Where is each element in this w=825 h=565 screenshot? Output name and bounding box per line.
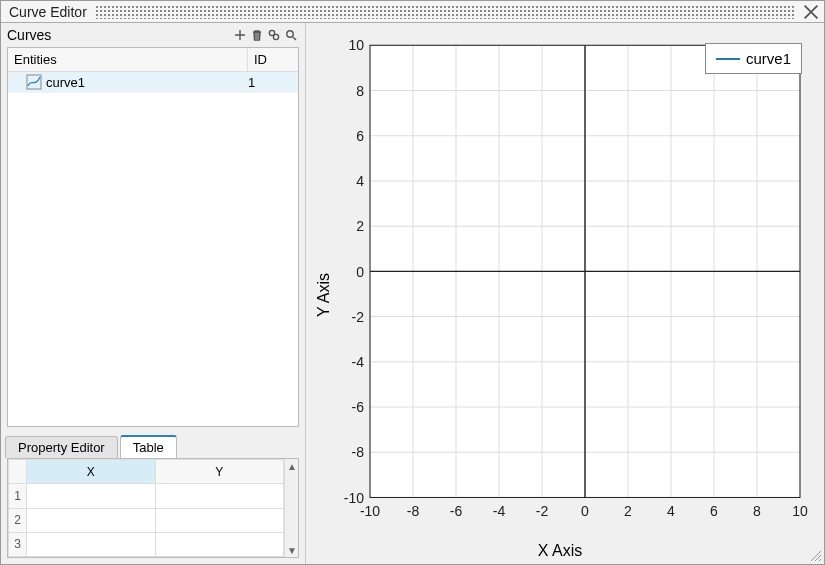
close-icon[interactable] bbox=[802, 3, 820, 21]
svg-text:0: 0 bbox=[581, 503, 589, 519]
svg-point-2 bbox=[287, 31, 293, 37]
curve-editor-window: Curve Editor Curves bbox=[0, 0, 825, 565]
tab-property-editor[interactable]: Property Editor bbox=[5, 436, 118, 458]
x-axis-label: X Axis bbox=[310, 542, 810, 560]
data-table-wrap: X Y 1 2 3 bbox=[7, 458, 299, 558]
entity-name: curve1 bbox=[46, 75, 244, 90]
svg-text:10: 10 bbox=[792, 503, 808, 519]
window-title: Curve Editor bbox=[9, 4, 87, 20]
trash-icon[interactable] bbox=[249, 27, 265, 43]
svg-text:6: 6 bbox=[356, 128, 364, 144]
svg-point-1 bbox=[273, 34, 278, 39]
svg-text:-8: -8 bbox=[407, 503, 420, 519]
legend[interactable]: curve1 bbox=[705, 43, 802, 74]
legend-label: curve1 bbox=[746, 50, 791, 67]
cell-y[interactable] bbox=[155, 484, 284, 508]
entity-row[interactable]: curve1 1 bbox=[8, 72, 298, 93]
svg-text:-6: -6 bbox=[352, 399, 365, 415]
svg-text:0: 0 bbox=[356, 263, 364, 279]
svg-text:-2: -2 bbox=[536, 503, 549, 519]
svg-rect-29 bbox=[370, 45, 800, 497]
svg-text:2: 2 bbox=[356, 218, 364, 234]
data-table: X Y 1 2 3 bbox=[8, 459, 284, 557]
col-header-id[interactable]: ID bbox=[248, 48, 298, 71]
svg-text:-2: -2 bbox=[352, 309, 365, 325]
right-pane: -10-8-6-4-20246810-10-8-6-4-20246810 Y A… bbox=[306, 23, 824, 564]
tab-table[interactable]: Table bbox=[120, 435, 177, 458]
cell-x[interactable] bbox=[27, 508, 156, 532]
titlebar-gripper[interactable] bbox=[95, 5, 794, 19]
curves-label: Curves bbox=[7, 27, 51, 43]
svg-text:2: 2 bbox=[624, 503, 632, 519]
svg-text:-6: -6 bbox=[450, 503, 463, 519]
titlebar[interactable]: Curve Editor bbox=[1, 1, 824, 23]
add-icon[interactable] bbox=[232, 27, 248, 43]
svg-text:4: 4 bbox=[356, 173, 364, 189]
scroll-down-icon[interactable]: ▼ bbox=[285, 543, 299, 557]
svg-text:-4: -4 bbox=[493, 503, 506, 519]
svg-text:4: 4 bbox=[667, 503, 675, 519]
col-header-corner[interactable] bbox=[9, 460, 27, 484]
row-num: 3 bbox=[9, 532, 27, 556]
tabs: Property Editor Table bbox=[1, 433, 305, 458]
link-icon[interactable] bbox=[266, 27, 282, 43]
curve-icon bbox=[26, 74, 42, 90]
row-num: 1 bbox=[9, 484, 27, 508]
entities-body: curve1 1 bbox=[8, 72, 298, 426]
entities-header-row: Entities ID bbox=[8, 48, 298, 72]
entities-table: Entities ID curve1 1 bbox=[7, 47, 299, 427]
table-row[interactable]: 3 bbox=[9, 532, 284, 556]
scrollbar[interactable]: ▲ ▼ bbox=[284, 459, 298, 557]
svg-text:-10: -10 bbox=[344, 489, 364, 505]
resize-grip-icon[interactable] bbox=[808, 548, 822, 562]
col-header-x[interactable]: X bbox=[27, 460, 156, 484]
svg-text:10: 10 bbox=[348, 37, 364, 53]
body: Curves Entities ID bbox=[1, 23, 824, 564]
svg-text:-4: -4 bbox=[352, 354, 365, 370]
entity-id: 1 bbox=[244, 75, 294, 90]
row-num: 2 bbox=[9, 508, 27, 532]
table-row[interactable]: 1 bbox=[9, 484, 284, 508]
left-pane: Curves Entities ID bbox=[1, 23, 306, 564]
search-icon[interactable] bbox=[283, 27, 299, 43]
svg-text:8: 8 bbox=[753, 503, 761, 519]
table-row[interactable]: 2 bbox=[9, 508, 284, 532]
scroll-up-icon[interactable]: ▲ bbox=[285, 459, 299, 473]
curves-header: Curves bbox=[1, 23, 305, 47]
legend-swatch bbox=[716, 58, 740, 60]
table-header-row: X Y bbox=[9, 460, 284, 484]
chart[interactable]: -10-8-6-4-20246810-10-8-6-4-20246810 Y A… bbox=[310, 35, 810, 554]
cell-y[interactable] bbox=[155, 508, 284, 532]
cell-x[interactable] bbox=[27, 484, 156, 508]
cell-x[interactable] bbox=[27, 532, 156, 556]
svg-text:8: 8 bbox=[356, 82, 364, 98]
col-header-entities[interactable]: Entities bbox=[8, 48, 248, 71]
cell-y[interactable] bbox=[155, 532, 284, 556]
svg-text:6: 6 bbox=[710, 503, 718, 519]
svg-text:-8: -8 bbox=[352, 444, 365, 460]
y-axis-label: Y Axis bbox=[315, 272, 333, 316]
col-header-y[interactable]: Y bbox=[155, 460, 284, 484]
